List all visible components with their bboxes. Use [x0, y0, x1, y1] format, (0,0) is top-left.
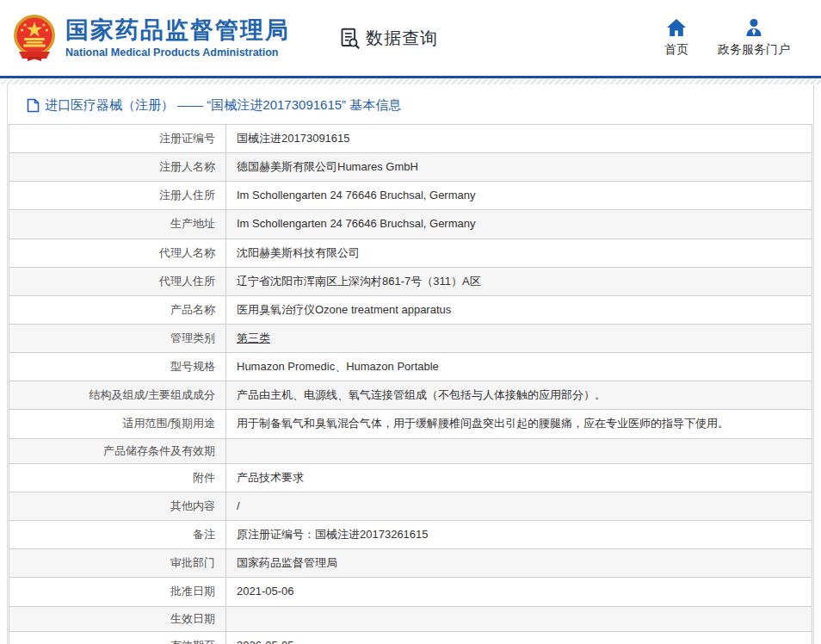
row-value: 产品由主机、电源线、氧气连接管组成（不包括与人体接触的应用部分）。 — [226, 381, 812, 410]
row-value — [226, 606, 812, 631]
home-icon — [666, 18, 687, 37]
row-value: 医用臭氧治疗仪Ozone treatment apparatus — [226, 295, 812, 324]
breadcrumb: 进口医疗器械（注册） —— “国械注进20173091615” 基本信息 — [8, 84, 813, 124]
data-query-icon — [338, 27, 361, 50]
table-row: 代理人住所辽宁省沈阳市浑南区上深沟村861-7号（311）A区 — [9, 267, 812, 295]
nav-item-home[interactable]: 首页 — [664, 18, 688, 58]
data-query-label: 数据查询 — [366, 27, 438, 50]
table-row: 产品储存条件及有效期 — [9, 438, 812, 463]
table-row: 备注原注册证编号：国械注进20173261615 — [9, 521, 812, 549]
nav-portal-label: 政务服务门户 — [718, 42, 790, 58]
org-name-block: 国家药品监督管理局 National Medical Products Admi… — [65, 17, 290, 58]
registration-info-table: 注册证编号国械注进20173091615注册人名称德国赫美斯有限公司Humare… — [9, 124, 812, 644]
row-label: 注册证编号 — [9, 125, 226, 153]
nav-home-label: 首页 — [664, 42, 688, 58]
row-value: 用于制备氧气和臭氧混合气体，用于缓解腰椎间盘突出引起的腰腿痛，应在专业医师的指导… — [226, 410, 812, 438]
row-label: 附件 — [9, 463, 226, 492]
table-row: 其他内容/ — [9, 492, 812, 520]
row-label: 代理人住所 — [9, 267, 226, 295]
row-label: 批准日期 — [9, 578, 226, 606]
row-value: 辽宁省沈阳市浑南区上深沟村861-7号（311）A区 — [226, 267, 812, 295]
table-row: 附件产品技术要求 — [9, 463, 812, 492]
row-value — [226, 438, 812, 463]
row-value: Humazon Promedic、Humazon Portable — [226, 353, 812, 381]
national-emblem-logo — [12, 14, 57, 62]
row-label: 结构及组成/主要组成成分 — [9, 381, 226, 410]
national-emblem-icon — [12, 14, 57, 62]
row-value: 国家药品监督管理局 — [226, 549, 812, 578]
row-label: 适用范围/预期用途 — [9, 410, 226, 438]
table-row: 批准日期2021-05-06 — [9, 578, 812, 606]
row-value: 第三类 — [226, 324, 812, 352]
table-row: 管理类别第三类 — [9, 324, 812, 352]
table-row: 产品名称医用臭氧治疗仪Ozone treatment apparatus — [9, 295, 812, 324]
row-label: 其他内容 — [9, 492, 226, 520]
row-value: 原注册证编号：国械注进20173261615 — [226, 521, 812, 549]
org-name-en: National Medical Products Administration — [65, 46, 290, 59]
row-value: 国械注进20173091615 — [226, 125, 812, 153]
row-label: 注册人名称 — [9, 153, 226, 182]
table-row: 审批部门国家药品监督管理局 — [9, 549, 812, 578]
row-label: 注册人住所 — [9, 182, 226, 210]
org-name-cn: 国家药品监督管理局 — [65, 17, 290, 44]
row-value: Im Schollengarten 24 76646 Bruchsal, Ger… — [226, 210, 812, 238]
data-query-entry[interactable]: 数据查询 — [338, 27, 438, 50]
row-label: 生产地址 — [9, 210, 226, 238]
table-row: 注册人住所Im Schollengarten 24 76646 Bruchsal… — [9, 182, 812, 210]
table-row: 生效日期 — [9, 606, 812, 631]
table-row: 适用范围/预期用途用于制备氧气和臭氧混合气体，用于缓解腰椎间盘突出引起的腰腿痛，… — [9, 410, 812, 438]
row-label: 代理人名称 — [9, 238, 226, 267]
row-label: 生效日期 — [9, 606, 226, 631]
document-icon — [27, 98, 40, 113]
row-value: Im Schollengarten 24 76646 Bruchsal, Ger… — [226, 182, 812, 210]
table-row: 有效期至2026-05-05 — [9, 631, 812, 644]
row-label: 产品储存条件及有效期 — [9, 438, 226, 463]
row-value: 2021-05-06 — [226, 578, 812, 606]
user-icon — [744, 18, 764, 37]
breadcrumb-text: 进口医疗器械（注册） —— “国械注进20173091615” 基本信息 — [45, 97, 401, 114]
row-label: 管理类别 — [9, 324, 226, 352]
table-row: 结构及组成/主要组成成分产品由主机、电源线、氧气连接管组成（不包括与人体接触的应… — [9, 381, 812, 410]
row-value: / — [226, 492, 812, 520]
row-label: 审批部门 — [9, 549, 226, 578]
row-label: 型号规格 — [9, 353, 226, 381]
header-nav: 首页 政务服务门户 — [664, 18, 809, 58]
row-value: 沈阳赫美斯科技有限公司 — [226, 238, 812, 267]
row-label: 备注 — [9, 521, 226, 549]
table-row: 注册证编号国械注进20173091615 — [9, 125, 812, 153]
hatch-band — [0, 78, 821, 84]
site-header: 国家药品监督管理局 National Medical Products Admi… — [0, 0, 821, 76]
row-label: 产品名称 — [9, 295, 226, 324]
row-label: 有效期至 — [9, 631, 226, 644]
info-table-body: 注册证编号国械注进20173091615注册人名称德国赫美斯有限公司Humare… — [9, 125, 812, 644]
row-value: 产品技术要求 — [226, 463, 812, 492]
table-row: 型号规格Humazon Promedic、Humazon Portable — [9, 353, 812, 381]
page-content: 进口医疗器械（注册） —— “国械注进20173091615” 基本信息 注册证… — [7, 84, 814, 644]
row-value: 2026-05-05 — [226, 631, 812, 644]
table-row: 生产地址Im Schollengarten 24 76646 Bruchsal,… — [9, 210, 812, 238]
table-row: 代理人名称沈阳赫美斯科技有限公司 — [9, 238, 812, 267]
table-row: 注册人名称德国赫美斯有限公司Humares GmbH — [9, 153, 812, 182]
nav-item-portal[interactable]: 政务服务门户 — [718, 18, 790, 58]
row-value: 德国赫美斯有限公司Humares GmbH — [226, 153, 812, 182]
